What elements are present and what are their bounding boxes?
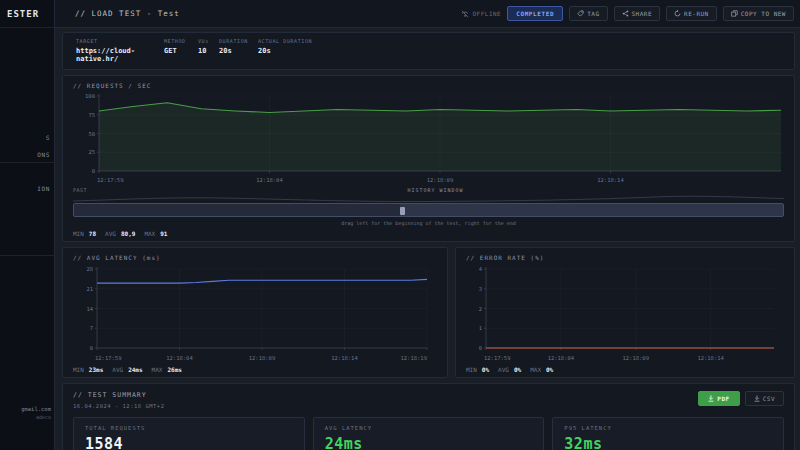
requests-avg-value: 80,9 bbox=[121, 230, 135, 237]
svg-text:3: 3 bbox=[479, 286, 482, 292]
svg-text:0: 0 bbox=[479, 345, 482, 351]
summary-title: // TEST SUMMARY bbox=[73, 391, 164, 399]
p95-latency-value: 32ms bbox=[564, 435, 772, 450]
summary-titles: // TEST SUMMARY 16.04.2024 - 12:18 GMT+2 bbox=[73, 391, 164, 409]
share-button[interactable]: SHARE bbox=[614, 6, 661, 21]
config-col-actual-duration: ACTUAL DURATION 20s bbox=[258, 38, 781, 63]
sidebar-item-2[interactable]: ONS bbox=[0, 151, 54, 158]
download-icon bbox=[708, 395, 714, 402]
app-logo: ESTER bbox=[0, 0, 54, 28]
config-col-method: METHOD GET bbox=[164, 38, 198, 63]
latency-avg-value: 24ms bbox=[128, 366, 142, 373]
svg-text:12:18:04: 12:18:04 bbox=[166, 355, 193, 361]
top-bar-actions: OFFLINE COMPLETED TAG SHARE RE-RUN bbox=[461, 6, 794, 21]
total-requests-card: TOTAL REQUESTS 1584 bbox=[73, 417, 305, 450]
latency-max-value: 26ms bbox=[167, 366, 181, 373]
rerun-icon bbox=[674, 10, 681, 17]
error-avg-value: 0% bbox=[514, 366, 521, 373]
status-badge: COMPLETED bbox=[507, 6, 563, 21]
avg-latency-panel: // AVG LATENCY (ms) 0714212812:17:5912:1… bbox=[62, 247, 448, 378]
content: TARGET https://cloud-native.hr/ METHOD G… bbox=[55, 28, 800, 450]
sidebar-item-1[interactable]: S bbox=[0, 134, 54, 141]
error-min-value: 0% bbox=[482, 366, 489, 373]
copy-to-new-button[interactable]: COPY TO NEW bbox=[723, 6, 794, 21]
svg-text:0: 0 bbox=[90, 345, 93, 351]
account-plan: adeco bbox=[0, 414, 51, 420]
svg-text:12:17:59: 12:17:59 bbox=[95, 355, 122, 361]
requests-per-sec-panel: // REQUESTS / SEC 025507510012:17:5912:1… bbox=[62, 75, 795, 242]
svg-text:1: 1 bbox=[479, 325, 482, 331]
svg-text:2: 2 bbox=[479, 306, 482, 312]
offline-icon bbox=[461, 10, 469, 18]
total-requests-value: 1584 bbox=[85, 435, 293, 450]
top-bar: // LOAD TEST - Test OFFLINE COMPLETED TA… bbox=[55, 0, 800, 28]
history-past-label: PAST bbox=[73, 187, 87, 193]
tag-icon bbox=[577, 10, 584, 17]
p95-latency-card: P95 LATENCY 32ms bbox=[552, 417, 784, 450]
sidebar-item-3[interactable]: ION bbox=[0, 185, 54, 192]
error-max-value: 0% bbox=[546, 366, 553, 373]
svg-text:12:18:14: 12:18:14 bbox=[331, 355, 358, 361]
config-col-vus: VUs 10 bbox=[198, 38, 219, 63]
summary-cards: TOTAL REQUESTS 1584 AVG LATENCY 24ms P95… bbox=[73, 417, 784, 450]
svg-text:14: 14 bbox=[86, 306, 93, 312]
history-labels: PAST HISTORY WINDOW bbox=[73, 187, 784, 193]
svg-text:12:17:59: 12:17:59 bbox=[484, 355, 511, 361]
app-logo-text: ESTER bbox=[7, 9, 39, 19]
svg-text:50: 50 bbox=[88, 131, 95, 137]
avg-latency-value: 24ms bbox=[325, 435, 533, 450]
history-sparkline bbox=[73, 194, 784, 203]
latency-min-value: 23ms bbox=[89, 366, 103, 373]
error-rate-panel: // ERROR RATE (%) 0123412:17:5912:18:041… bbox=[455, 247, 795, 378]
requests-max-value: 91 bbox=[160, 230, 167, 237]
sidebar: ESTER S ONS ION gmail.com adeco bbox=[0, 0, 55, 450]
test-config-panel: TARGET https://cloud-native.hr/ METHOD G… bbox=[62, 32, 795, 70]
requests-chart-title: // REQUESTS / SEC bbox=[73, 82, 784, 89]
summary-actions: PDF CSV bbox=[698, 391, 784, 406]
svg-text:28: 28 bbox=[86, 266, 93, 272]
latency-stats: MIN 23ms AVG 24ms MAX 26ms bbox=[73, 366, 437, 373]
history-hint: drag left for the beginning of the test,… bbox=[73, 220, 784, 226]
history-window-label: HISTORY WINDOW bbox=[87, 187, 784, 193]
error-rate-chart: 0123412:17:5912:18:0412:18:0912:18:14 bbox=[466, 263, 784, 362]
error-stats: MIN 0% AVG 0% MAX 0% bbox=[466, 366, 784, 373]
test-summary-panel: // TEST SUMMARY 16.04.2024 - 12:18 GMT+2… bbox=[62, 383, 795, 450]
tag-button[interactable]: TAG bbox=[569, 6, 607, 21]
copy-icon bbox=[731, 10, 738, 17]
svg-text:12:18:14: 12:18:14 bbox=[597, 177, 624, 183]
share-icon bbox=[622, 10, 629, 17]
requests-chart: 025507510012:17:5912:18:0412:18:0912:18:… bbox=[73, 91, 784, 184]
latency-chart: 0714212812:17:5912:18:0412:18:0912:18:14… bbox=[73, 263, 437, 362]
download-pdf-button[interactable]: PDF bbox=[698, 391, 739, 406]
sidebar-divider-1 bbox=[0, 162, 54, 163]
svg-text:21: 21 bbox=[86, 286, 93, 292]
svg-text:4: 4 bbox=[479, 266, 483, 272]
avg-latency-card: AVG LATENCY 24ms bbox=[313, 417, 545, 450]
download-csv-button[interactable]: CSV bbox=[745, 391, 784, 406]
config-col-target: TARGET https://cloud-native.hr/ bbox=[76, 38, 164, 63]
svg-text:100: 100 bbox=[85, 93, 95, 99]
error-chart-title: // ERROR RATE (%) bbox=[466, 254, 784, 261]
summary-header: // TEST SUMMARY 16.04.2024 - 12:18 GMT+2… bbox=[73, 391, 784, 409]
svg-text:12:18:04: 12:18:04 bbox=[548, 355, 575, 361]
rerun-button[interactable]: RE-RUN bbox=[666, 6, 717, 21]
charts-row: // AVG LATENCY (ms) 0714212812:17:5912:1… bbox=[62, 247, 795, 378]
account-email: gmail.com bbox=[0, 406, 51, 412]
download-icon bbox=[754, 395, 760, 402]
svg-text:7: 7 bbox=[90, 325, 93, 331]
svg-text:0: 0 bbox=[92, 168, 95, 174]
history-window-handle[interactable] bbox=[400, 207, 405, 215]
target-url: https://cloud-native.hr/ bbox=[76, 47, 164, 63]
history-window-slider[interactable] bbox=[73, 203, 784, 217]
offline-indicator: OFFLINE bbox=[461, 10, 501, 18]
svg-text:12:18:19: 12:18:19 bbox=[401, 355, 428, 361]
svg-text:12:18:14: 12:18:14 bbox=[697, 355, 724, 361]
svg-text:12:18:09: 12:18:09 bbox=[249, 355, 276, 361]
latency-chart-title: // AVG LATENCY (ms) bbox=[73, 254, 437, 261]
sidebar-account[interactable]: gmail.com adeco bbox=[0, 406, 54, 420]
svg-text:12:18:09: 12:18:09 bbox=[427, 177, 454, 183]
config-col-duration: DURATION 20s bbox=[219, 38, 258, 63]
main-area: // LOAD TEST - Test OFFLINE COMPLETED TA… bbox=[55, 0, 800, 450]
summary-date: 16.04.2024 - 12:18 GMT+2 bbox=[73, 403, 164, 409]
svg-text:12:18:04: 12:18:04 bbox=[256, 177, 283, 183]
